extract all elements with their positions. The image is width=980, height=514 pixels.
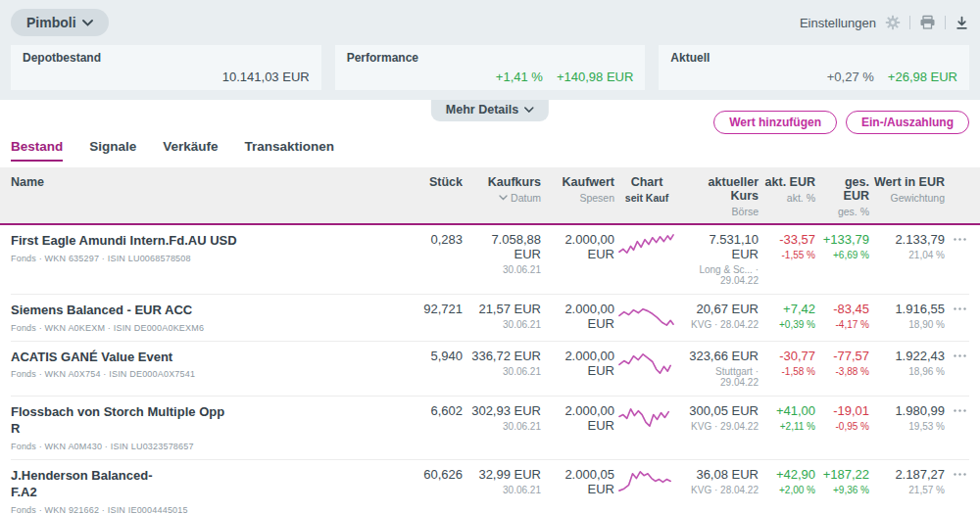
akt-kurs-value: 300,05 EUR bbox=[679, 403, 759, 418]
table-body: First Eagle Amundi Intern.Fd.AU USD Fond… bbox=[0, 225, 980, 514]
fund-meta: Fonds · WKN 635297 · ISIN LU0068578508 bbox=[11, 254, 384, 263]
kauf-datum: 30.06.21 bbox=[466, 366, 541, 377]
boerse-info: KVG · 29.04.22 bbox=[679, 421, 759, 432]
tab-verkaeufe[interactable]: Verkäufe bbox=[163, 139, 218, 162]
kauf-datum: 30.06.21 bbox=[466, 421, 541, 432]
row-menu-button[interactable] bbox=[949, 467, 971, 514]
settings-label[interactable]: Einstellungen bbox=[800, 16, 876, 30]
table-row[interactable]: Siemens Balanced - EUR ACC Fonds · WKN A… bbox=[11, 295, 969, 342]
download-icon bbox=[955, 16, 969, 30]
ges-eur-value: -77,57 bbox=[819, 349, 869, 363]
akt-eur-value: +7,42 bbox=[762, 302, 815, 316]
more-details-button[interactable]: Mehr Details bbox=[431, 100, 549, 121]
table-row[interactable]: Flossbach von Storch Multiple Opp R Fond… bbox=[11, 397, 969, 460]
table-row[interactable]: ACATIS GANÉ Value Event Fonds · WKN A0X7… bbox=[11, 342, 969, 397]
toolbar-divider bbox=[945, 16, 946, 29]
ges-pct-value: -3,88 % bbox=[819, 366, 869, 377]
details-actions-row: Mehr Details Wert hinzufügen Ein-/Auszah… bbox=[0, 100, 980, 137]
fund-meta: Fonds · WKN 921662 · ISIN IE0004445015 bbox=[11, 505, 384, 514]
wert-value: 2.187,27 bbox=[873, 467, 945, 482]
fund-name-link[interactable]: Flossbach von Storch Multiple Opp R bbox=[11, 403, 384, 438]
ges-pct-value: -4,17 % bbox=[819, 319, 869, 330]
col-aktueller-kurs[interactable]: aktueller Kurs Börse bbox=[679, 175, 762, 217]
toolbar-divider bbox=[909, 16, 910, 29]
stueck-value: 60,626 bbox=[388, 467, 463, 482]
print-button[interactable] bbox=[919, 15, 936, 30]
sparkline-chart bbox=[618, 349, 675, 375]
akt-pct-value: -1,58 % bbox=[762, 366, 815, 377]
chevron-down-icon bbox=[82, 20, 93, 26]
akt-eur-value: +41,00 bbox=[762, 403, 815, 418]
depot-value: 10.141,03 EUR bbox=[222, 70, 310, 84]
kaufwert-value: 2.000,00 EUR bbox=[545, 403, 614, 433]
gewichtung-value: 19,53 % bbox=[873, 421, 945, 432]
col-kaufwert[interactable]: Kaufwert Spesen bbox=[545, 175, 618, 217]
card-label: Aktuell bbox=[670, 51, 957, 65]
table-row[interactable]: First Eagle Amundi Intern.Fd.AU USD Fond… bbox=[11, 225, 969, 295]
col-ges-eur[interactable]: ges. EUR ges. % bbox=[819, 175, 873, 217]
kaufwert-value: 2.000,00 EUR bbox=[545, 349, 614, 378]
boerse-info: KVG · 28.04.22 bbox=[679, 485, 759, 495]
akt-kurs-value: 36,08 EUR bbox=[679, 467, 759, 482]
akt-pct-value: -1,55 % bbox=[762, 250, 815, 260]
akt-kurs-value: 323,66 EUR bbox=[679, 349, 759, 363]
col-stueck[interactable]: Stück bbox=[388, 175, 466, 217]
col-wert[interactable]: Wert in EUR Gewichtung bbox=[873, 175, 949, 217]
sparkline-chart bbox=[618, 302, 675, 328]
row-menu-button[interactable] bbox=[949, 232, 971, 286]
table-row[interactable]: J.Henderson Balanced- F.A2 Fonds · WKN 9… bbox=[11, 460, 969, 514]
kaufkurs-value: 32,99 EUR bbox=[466, 467, 541, 482]
tab-signale[interactable]: Signale bbox=[89, 139, 136, 162]
ges-pct-value: +6,69 % bbox=[819, 250, 869, 260]
akt-kurs-value: 20,67 EUR bbox=[679, 302, 759, 316]
stueck-value: 6,602 bbox=[388, 403, 463, 418]
settings-button[interactable] bbox=[885, 15, 901, 30]
row-menu-button[interactable] bbox=[949, 349, 971, 388]
card-label: Depotbestand bbox=[23, 51, 310, 65]
ges-pct-value: -0,95 % bbox=[819, 421, 869, 432]
gewichtung-value: 18,90 % bbox=[873, 319, 945, 330]
kaufkurs-value: 21,57 EUR bbox=[466, 302, 541, 316]
account-name: Pimboli bbox=[26, 15, 76, 30]
performance-pct: +1,41 % bbox=[496, 70, 543, 84]
col-chart[interactable]: Chart seit Kauf bbox=[618, 175, 679, 217]
gewichtung-value: 18,96 % bbox=[873, 366, 945, 377]
row-menu-button[interactable] bbox=[949, 302, 971, 333]
ellipsis-icon bbox=[953, 408, 967, 413]
kaufkurs-value: 336,72 EUR bbox=[466, 349, 541, 363]
aktuell-eur: +26,98 EUR bbox=[888, 70, 957, 84]
card-label: Performance bbox=[347, 51, 634, 65]
add-value-button[interactable]: Wert hinzufügen bbox=[713, 111, 837, 134]
ellipsis-icon bbox=[953, 306, 967, 311]
tab-bestand[interactable]: Bestand bbox=[11, 139, 63, 162]
wert-value: 1.922,43 bbox=[873, 349, 945, 363]
row-menu-button[interactable] bbox=[949, 403, 971, 451]
akt-eur-value: -33,57 bbox=[762, 232, 815, 247]
fund-name-link[interactable]: ACATIS GANÉ Value Event bbox=[11, 349, 384, 366]
tab-bar: Bestand Signale Verkäufe Transaktionen bbox=[0, 137, 980, 162]
account-selector[interactable]: Pimboli bbox=[11, 9, 109, 36]
performance-eur: +140,98 EUR bbox=[557, 70, 633, 84]
fund-name-link[interactable]: J.Henderson Balanced- F.A2 bbox=[11, 467, 384, 501]
col-name[interactable]: Name bbox=[11, 175, 388, 217]
col-akt-eur[interactable]: akt. EUR akt. % bbox=[762, 175, 819, 217]
fund-name-link[interactable]: Siemens Balanced - EUR ACC bbox=[11, 302, 384, 319]
kaufkurs-value: 7.058,88 EUR bbox=[466, 232, 541, 261]
akt-pct-value: +2,11 % bbox=[762, 421, 815, 432]
table-header: Name Stück Kaufkurs Datum Kaufwert Spese… bbox=[0, 167, 980, 225]
card-depotbestand: Depotbestand 10.141,03 EUR bbox=[11, 45, 321, 90]
wert-value: 2.133,79 bbox=[873, 232, 945, 247]
boerse-info: Long & Sc... · 29.04.22 bbox=[679, 264, 759, 286]
tab-transaktionen[interactable]: Transaktionen bbox=[245, 139, 335, 162]
card-performance: Performance +1,41 % +140,98 EUR bbox=[335, 45, 646, 90]
kaufwert-value: 2.000,00 EUR bbox=[545, 302, 614, 331]
sparkline-chart bbox=[618, 232, 675, 258]
deposit-withdrawal-button[interactable]: Ein-/Auszahlung bbox=[846, 111, 969, 134]
download-button[interactable] bbox=[955, 16, 969, 30]
fund-name-link[interactable]: First Eagle Amundi Intern.Fd.AU USD bbox=[11, 232, 384, 250]
summary-cards: Depotbestand 10.141,03 EUR Performance +… bbox=[11, 45, 969, 90]
col-kaufkurs[interactable]: Kaufkurs Datum bbox=[466, 175, 545, 217]
fund-meta: Fonds · WKN A0M430 · ISIN LU0323578657 bbox=[11, 442, 384, 451]
toolbar-right: Einstellungen bbox=[800, 15, 969, 30]
top-band: Pimboli Einstellungen bbox=[0, 0, 980, 100]
